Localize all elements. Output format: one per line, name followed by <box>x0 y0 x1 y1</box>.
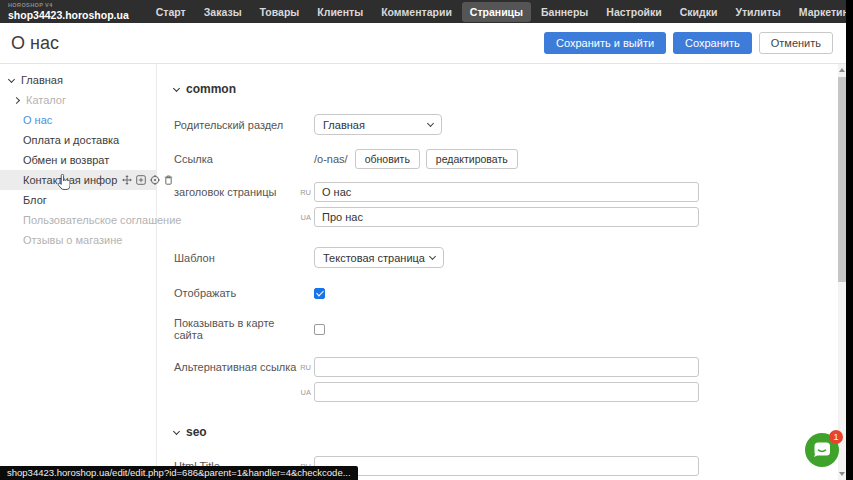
html-title-ru-input[interactable] <box>314 456 699 476</box>
page-title: О нас <box>11 33 59 54</box>
sidebar-item-label: Контактная инфор <box>23 174 117 186</box>
template-select[interactable]: Текстовая страница <box>314 247 444 268</box>
status-url-tooltip: shop34423.horoshop.ua/edit/edit.php?id=6… <box>0 466 358 480</box>
nav-item-stranitsy[interactable]: Страницы <box>462 2 531 22</box>
scrollbar-thumb[interactable] <box>838 77 846 282</box>
nav-item-utility[interactable]: Утилиты <box>727 2 788 22</box>
logo-shop-domain: shop34423.horoshop.ua <box>8 10 129 21</box>
section-common-label: common <box>186 82 236 96</box>
link-edit-button[interactable]: редактировать <box>426 149 518 169</box>
sidebar-item-glavnaya[interactable]: Главная <box>0 70 156 90</box>
page-title-label: заголовок страницы <box>174 186 298 198</box>
sidebar-item-label: Блог <box>23 194 47 206</box>
link-path-value: /o-nas/ <box>314 153 348 165</box>
sidebar-item-oplata-i-dostavka[interactable]: Оплата и доставка <box>0 130 156 150</box>
page-title-ru-input[interactable] <box>314 182 699 202</box>
app-logo[interactable]: HOROSHOP V4 shop34423.horoshop.ua <box>8 3 129 20</box>
chevron-down-icon[interactable] <box>9 79 19 82</box>
alt-link-label: Альтернативная ссылка <box>174 361 298 373</box>
scroll-down-arrow-icon[interactable] <box>839 472 845 476</box>
nav-item-zakazy[interactable]: Заказы <box>196 2 250 22</box>
sidebar-item-label: О нас <box>23 114 52 126</box>
logo-version-label: HOROSHOP V4 <box>8 3 129 9</box>
sidebar-item-kontaktnaya-infor[interactable]: Контактная инфор <box>0 170 156 190</box>
sidebar-item-label: Оплата и доставка <box>23 134 119 146</box>
sidebar-item-obmen-i-vozvrat[interactable]: Обмен и возврат <box>0 150 156 170</box>
sitemap-checkbox[interactable] <box>314 324 325 335</box>
chevron-down-icon <box>173 84 180 91</box>
alt-link-ru-input[interactable] <box>314 357 699 377</box>
chat-unread-count: 1 <box>833 432 838 442</box>
display-checkbox[interactable] <box>314 288 325 299</box>
link-label: Ссылка <box>174 153 298 165</box>
chevron-right-icon[interactable] <box>14 98 24 103</box>
page-edit-form: common Родительский раздел Главная Ссылк… <box>158 63 838 480</box>
section-common-header[interactable]: common <box>174 82 838 96</box>
nav-item-start[interactable]: Старт <box>148 2 194 22</box>
screen-edge-strip <box>846 0 853 480</box>
chevron-down-icon <box>173 427 180 434</box>
alt-link-ua-input[interactable] <box>314 382 699 402</box>
chevron-down-icon <box>429 252 436 259</box>
sidebar-item-blog[interactable]: Блог <box>0 190 156 210</box>
add-page-icon[interactable] <box>136 175 146 185</box>
sidebar-item-polzovatelskoe-soglashenie[interactable]: Пользовательское соглашение <box>0 210 156 230</box>
cancel-button[interactable]: Отменить <box>759 32 833 54</box>
top-navbar: HOROSHOP V4 shop34423.horoshop.ua Старт … <box>0 0 853 23</box>
save-button[interactable]: Сохранить <box>673 32 752 54</box>
link-refresh-button[interactable]: обновить <box>355 149 420 169</box>
sidebar-item-label: Пользовательское соглашение <box>23 214 181 226</box>
chat-widget-button[interactable]: 1 <box>804 429 844 469</box>
sidebar-item-label: Обмен и возврат <box>23 154 109 166</box>
nav-item-kommentarii[interactable]: Комментарии <box>373 2 460 22</box>
parent-section-select[interactable]: Главная <box>314 114 442 135</box>
scroll-up-arrow-icon[interactable] <box>839 68 845 72</box>
sidebar-item-katalog[interactable]: Каталог <box>0 90 156 110</box>
parent-section-value: Главная <box>323 119 365 131</box>
page-header: О нас Сохранить и выйти Сохранить Отмени… <box>0 23 846 64</box>
display-label: Отображать <box>174 287 298 299</box>
page-title-ua-input[interactable] <box>314 207 699 227</box>
section-seo-header[interactable]: seo <box>174 425 838 439</box>
nav-item-bannery[interactable]: Баннеры <box>533 2 596 22</box>
settings-icon[interactable] <box>150 175 160 185</box>
section-seo-label: seo <box>186 425 207 439</box>
delete-icon[interactable] <box>164 175 173 185</box>
nav-item-nastroyki[interactable]: Настройки <box>598 2 669 22</box>
lang-ru-badge: RU <box>298 188 311 197</box>
chevron-down-icon <box>427 119 434 126</box>
template-label: Шаблон <box>174 252 298 264</box>
nav-item-skidki[interactable]: Скидки <box>672 2 726 22</box>
nav-item-klienty[interactable]: Клиенты <box>309 2 371 22</box>
nav-item-tovary[interactable]: Товары <box>252 2 308 22</box>
sidebar-item-o-nas[interactable]: О нас <box>0 110 156 130</box>
lang-ua-badge: UA <box>298 213 311 222</box>
nav-item-marketing[interactable]: Маркетинг <box>791 2 853 22</box>
parent-section-label: Родительский раздел <box>174 119 298 131</box>
sitemap-label: Показывать в карте сайта <box>174 317 298 341</box>
sidebar-item-label: Отзывы о магазине <box>23 234 122 246</box>
sidebar-item-label: Каталог <box>26 94 66 106</box>
page-scrollbar[interactable] <box>838 64 846 480</box>
lang-ru-badge: RU <box>298 363 311 372</box>
move-icon[interactable] <box>122 175 132 185</box>
save-and-exit-button[interactable]: Сохранить и выйти <box>544 32 666 54</box>
pages-tree-sidebar: Главная Каталог О нас Оплата и доставка … <box>0 64 157 480</box>
sidebar-item-label: Главная <box>21 74 63 86</box>
template-value: Текстовая страница <box>323 252 425 264</box>
sidebar-item-otzyvy-o-magazine[interactable]: Отзывы о магазине <box>0 230 156 250</box>
lang-ua-badge: UA <box>298 388 311 397</box>
